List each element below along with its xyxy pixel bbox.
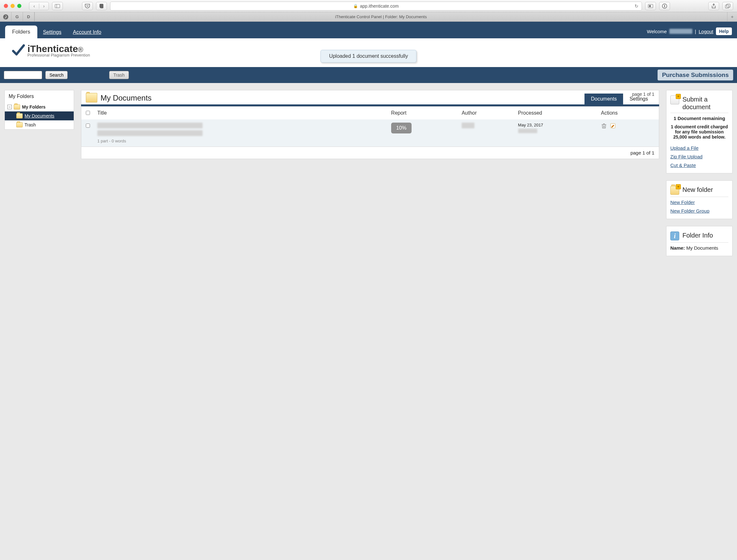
new-folder-label: New Folder — [670, 200, 695, 205]
zip-upload-label: Zip File Upload — [670, 154, 703, 159]
cut-paste-label: Cut & Paste — [670, 163, 696, 168]
folder-trash[interactable]: Trash — [5, 120, 74, 129]
tab-account-info-label: Account Info — [73, 29, 102, 35]
doc-tab-documents[interactable]: Documents — [584, 94, 623, 104]
col-title[interactable]: Title — [94, 107, 388, 120]
folders-heading: My Folders — [5, 90, 74, 102]
folder-icon — [16, 122, 23, 127]
edit-icon[interactable] — [610, 123, 616, 129]
trash-button-label: Trash — [113, 72, 124, 78]
author-redacted — [462, 123, 474, 128]
new-folder-card: New folder New Folder New Folder Group — [666, 180, 733, 219]
collapse-icon[interactable]: − — [7, 105, 12, 109]
info-icon: i — [670, 231, 679, 240]
toolbar: Search Trash Purchase Submissions — [0, 67, 737, 83]
row-checkbox[interactable] — [86, 124, 90, 128]
processed-date: May 23, 2017 — [518, 123, 595, 127]
forward-button[interactable]: › — [39, 4, 49, 9]
zoom-window-icon[interactable] — [17, 4, 21, 8]
browser-tab-active[interactable]: iThenticate Control Panel | Folder: My D… — [34, 12, 727, 21]
newfolder-heading: New folder — [682, 186, 728, 193]
submit-card-heading: Submit a document — [682, 95, 728, 111]
folderinfo-name-label: Name: — [670, 245, 685, 251]
folder-my-documents[interactable]: My Documents — [5, 111, 74, 120]
upload-file-link[interactable]: Upload a File — [670, 145, 728, 151]
tab-settings-label: Settings — [43, 29, 62, 35]
tab-account-info[interactable]: Account Info — [67, 26, 107, 38]
tab-folders-label: Folders — [12, 29, 30, 35]
welcome-text: Welcome — [647, 29, 667, 34]
address-bar[interactable]: 🔒 app.ithenticate.com ↻ — [110, 2, 642, 11]
pinned-tab-pinterest[interactable] — [0, 12, 11, 21]
search-input[interactable] — [4, 71, 42, 79]
svg-rect-5 — [664, 5, 665, 7]
nav-arrows: ‹ › — [29, 2, 49, 10]
browser-tab-bar: G D iThenticate Control Panel | Folder: … — [0, 12, 737, 22]
folder-icon — [86, 93, 97, 102]
tab-title: iThenticate Control Panel | Folder: My D… — [335, 14, 426, 19]
delete-icon[interactable] — [601, 123, 607, 129]
page-indicator-top: page 1 of 1 — [632, 92, 654, 97]
doc-title-redacted[interactable] — [97, 123, 203, 128]
help-button[interactable]: Help — [716, 27, 732, 35]
tab-folders[interactable]: Folders — [5, 26, 37, 38]
tabs-icon[interactable] — [722, 2, 733, 10]
new-tab-button[interactable]: ＋ — [727, 12, 737, 21]
logout-label: Logout — [699, 29, 713, 34]
cut-paste-link[interactable]: Cut & Paste — [670, 163, 728, 168]
search-button[interactable]: Search — [45, 71, 68, 79]
welcome-username-redacted — [669, 29, 692, 34]
sidebar-toggle-icon[interactable] — [52, 2, 63, 10]
share-icon[interactable] — [708, 2, 719, 10]
brand-name: iThenticate — [27, 43, 78, 54]
report-percent-badge[interactable]: 10% — [391, 123, 411, 133]
documents-header: My Documents page 1 of 1 Documents Setti… — [81, 90, 659, 104]
select-all-checkbox[interactable] — [86, 111, 90, 115]
pocket-extension-icon[interactable] — [82, 2, 93, 10]
onepassword-extension-icon[interactable] — [659, 2, 670, 10]
lock-icon: 🔒 — [353, 4, 358, 8]
documents-table: Title Report Author Processed Actions 1 … — [81, 106, 659, 147]
col-processed[interactable]: Processed — [515, 107, 598, 120]
documents-remaining: 1 Document remaining — [673, 116, 725, 121]
col-report[interactable]: Report — [388, 107, 458, 120]
folder-root-label: My Folders — [22, 104, 46, 110]
evernote-extension-icon[interactable] — [96, 2, 107, 10]
svg-point-8 — [3, 14, 8, 19]
reload-icon[interactable]: ↻ — [635, 4, 638, 9]
doc-tab-documents-label: Documents — [591, 96, 617, 102]
minimize-window-icon[interactable] — [11, 4, 15, 8]
doc-tab-settings-label: Settings — [629, 96, 648, 102]
logout-link[interactable]: Logout — [699, 29, 713, 34]
folder-trash-label: Trash — [25, 122, 36, 127]
reader-icon[interactable] — [645, 2, 656, 10]
tab-settings[interactable]: Settings — [37, 26, 67, 38]
back-button[interactable]: ‹ — [29, 4, 39, 9]
col-author[interactable]: Author — [458, 107, 515, 120]
documents-panel: My Documents page 1 of 1 Documents Setti… — [81, 90, 659, 159]
documents-title: My Documents — [101, 94, 152, 102]
folder-plus-icon — [670, 186, 679, 195]
folder-icon — [14, 104, 20, 110]
content-area: My Folders − My Folders My Documents Tra… — [0, 83, 737, 560]
new-folder-link[interactable]: New Folder — [670, 200, 728, 205]
folder-tree-root[interactable]: − My Folders — [5, 102, 74, 111]
zip-upload-link[interactable]: Zip File Upload — [670, 154, 728, 159]
trash-button[interactable]: Trash — [109, 71, 129, 79]
doc-meta: 1 part - 0 words — [97, 139, 385, 143]
pinned-tab-g[interactable]: G — [11, 12, 23, 21]
folder-my-documents-label: My Documents — [25, 113, 54, 118]
close-window-icon[interactable] — [4, 4, 8, 8]
brand-tagline: Professional Plagiarism Prevention — [27, 53, 90, 57]
pinned-tab-d[interactable]: D — [23, 12, 34, 21]
purchase-submissions-button[interactable]: Purchase Submissions — [658, 70, 733, 80]
upload-file-label: Upload a File — [670, 145, 698, 151]
purchase-label: Purchase Submissions — [662, 72, 729, 78]
new-folder-group-link[interactable]: New Folder Group — [670, 208, 728, 214]
upload-success-toast: Uploaded 1 document successfully — [320, 50, 416, 63]
table-row: 1 part - 0 words 10% May 23, 2017 — [81, 119, 659, 147]
toast-text: Uploaded 1 document successfully — [329, 53, 408, 59]
window-controls — [4, 4, 21, 8]
logo-row: iThenticate® Professional Plagiarism Pre… — [0, 38, 737, 67]
submit-detail: 1 document credit charged for any file s… — [670, 124, 728, 140]
